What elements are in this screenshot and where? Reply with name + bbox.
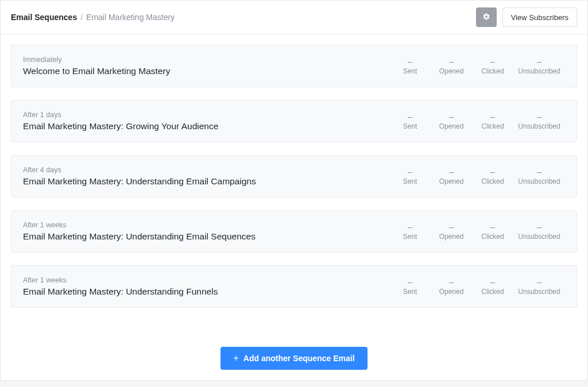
email-title: Email Marketing Mastery: Understanding E… — [23, 231, 389, 242]
breadcrumb-separator: / — [80, 13, 83, 22]
page-container: Email Sequences / Email Marketing Master… — [0, 0, 588, 381]
stat-value: -- — [431, 113, 472, 121]
email-list: ImmediatelyWelcome to Email Marketing Ma… — [1, 34, 587, 331]
stat-value: -- — [431, 57, 472, 66]
breadcrumb: Email Sequences / Email Marketing Master… — [11, 13, 175, 22]
email-stats: --Sent--Opened--Clicked--Unsubscribed — [389, 168, 565, 185]
email-card[interactable]: ImmediatelyWelcome to Email Marketing Ma… — [11, 45, 577, 87]
email-info: After 1 weeksEmail Marketing Mastery: Un… — [23, 221, 389, 242]
header-actions: View Subscribers — [476, 7, 577, 27]
email-info: After 1 weeksEmail Marketing Mastery: Un… — [23, 276, 389, 297]
stat-value: -- — [513, 223, 565, 231]
stat-label: Unsubscribed — [513, 122, 565, 130]
stat-value: -- — [472, 168, 513, 176]
stat-opened: --Opened — [431, 168, 472, 185]
stat-value: -- — [389, 278, 431, 287]
stat-value: -- — [389, 223, 431, 231]
stat-sent: --Sent — [389, 278, 431, 296]
stat-label: Unsubscribed — [513, 67, 565, 75]
stat-sent: --Sent — [389, 113, 431, 130]
stat-sent: --Sent — [389, 57, 431, 75]
email-timing: Immediately — [23, 56, 389, 64]
stat-sent: --Sent — [389, 168, 431, 185]
stat-label: Opened — [431, 233, 472, 241]
email-card[interactable]: After 1 weeksEmail Marketing Mastery: Un… — [11, 265, 577, 308]
page-header: Email Sequences / Email Marketing Master… — [1, 1, 587, 34]
stat-sent: --Sent — [389, 223, 431, 241]
email-timing: After 1 weeks — [23, 221, 389, 229]
stat-opened: --Opened — [431, 278, 472, 296]
stat-value: -- — [472, 57, 513, 66]
email-timing: After 1 days — [23, 111, 389, 119]
email-card[interactable]: After 1 daysEmail Marketing Mastery: Gro… — [11, 100, 577, 142]
stat-label: Clicked — [472, 177, 513, 185]
email-stats: --Sent--Opened--Clicked--Unsubscribed — [389, 57, 565, 75]
email-stats: --Sent--Opened--Clicked--Unsubscribed — [389, 278, 565, 296]
stat-clicked: --Clicked — [472, 168, 513, 185]
stat-clicked: --Clicked — [472, 223, 513, 241]
stat-value: -- — [472, 278, 513, 287]
email-stats: --Sent--Opened--Clicked--Unsubscribed — [389, 113, 565, 130]
stat-label: Unsubscribed — [513, 177, 565, 185]
stat-value: -- — [513, 57, 565, 66]
stat-label: Unsubscribed — [513, 288, 565, 296]
stat-value: -- — [513, 278, 565, 287]
plus-icon: + — [233, 353, 238, 363]
stat-label: Clicked — [472, 288, 513, 296]
stat-opened: --Opened — [431, 113, 472, 130]
settings-button[interactable] — [476, 7, 497, 27]
stat-label: Opened — [431, 67, 472, 75]
stat-value: -- — [513, 113, 565, 121]
stat-unsubscribed: --Unsubscribed — [513, 113, 565, 130]
stat-value: -- — [472, 223, 513, 231]
stat-value: -- — [389, 57, 431, 66]
stat-opened: --Opened — [431, 223, 472, 241]
email-info: After 4 daysEmail Marketing Mastery: Und… — [23, 166, 389, 187]
breadcrumb-root[interactable]: Email Sequences — [11, 13, 77, 22]
stat-label: Opened — [431, 177, 472, 185]
stat-unsubscribed: --Unsubscribed — [513, 278, 565, 296]
email-title: Email Marketing Mastery: Understanding F… — [23, 287, 389, 297]
email-stats: --Sent--Opened--Clicked--Unsubscribed — [389, 223, 565, 241]
stat-label: Sent — [389, 177, 431, 185]
email-card[interactable]: After 1 weeksEmail Marketing Mastery: Un… — [11, 210, 577, 253]
email-timing: After 1 weeks — [23, 276, 389, 284]
stat-value: -- — [389, 168, 431, 176]
footer: + Add another Sequence Email — [1, 331, 587, 380]
stat-clicked: --Clicked — [472, 113, 513, 130]
stat-opened: --Opened — [431, 57, 472, 75]
breadcrumb-current: Email Marketing Mastery — [86, 13, 175, 22]
email-info: After 1 daysEmail Marketing Mastery: Gro… — [23, 111, 389, 131]
stat-unsubscribed: --Unsubscribed — [513, 57, 565, 75]
stat-unsubscribed: --Unsubscribed — [513, 168, 565, 185]
email-title: Email Marketing Mastery: Understanding E… — [23, 176, 389, 187]
stat-label: Sent — [389, 233, 431, 241]
add-sequence-email-label: Add another Sequence Email — [243, 354, 355, 363]
stat-label: Clicked — [472, 122, 513, 130]
stat-label: Clicked — [472, 67, 513, 75]
stat-label: Clicked — [472, 233, 513, 241]
stat-value: -- — [472, 113, 513, 121]
stat-label: Sent — [389, 122, 431, 130]
stat-label: Sent — [389, 67, 431, 75]
stat-label: Opened — [431, 288, 472, 296]
stat-value: -- — [431, 278, 472, 287]
add-sequence-email-button[interactable]: + Add another Sequence Email — [220, 347, 367, 370]
stat-label: Sent — [389, 288, 431, 296]
email-timing: After 4 days — [23, 166, 389, 174]
stat-value: -- — [431, 168, 472, 176]
email-title: Welcome to Email Marketing Mastery — [23, 66, 389, 76]
stat-value: -- — [431, 223, 472, 231]
stat-clicked: --Clicked — [472, 278, 513, 296]
stat-clicked: --Clicked — [472, 57, 513, 75]
stat-unsubscribed: --Unsubscribed — [513, 223, 565, 241]
stat-label: Unsubscribed — [513, 233, 565, 241]
email-card[interactable]: After 4 daysEmail Marketing Mastery: Und… — [11, 155, 577, 198]
view-subscribers-button[interactable]: View Subscribers — [502, 7, 577, 27]
stat-value: -- — [389, 113, 431, 121]
gear-icon — [482, 13, 490, 22]
stat-value: -- — [513, 168, 565, 176]
stat-label: Opened — [431, 122, 472, 130]
email-title: Email Marketing Mastery: Growing Your Au… — [23, 121, 389, 131]
email-info: ImmediatelyWelcome to Email Marketing Ma… — [23, 56, 389, 76]
